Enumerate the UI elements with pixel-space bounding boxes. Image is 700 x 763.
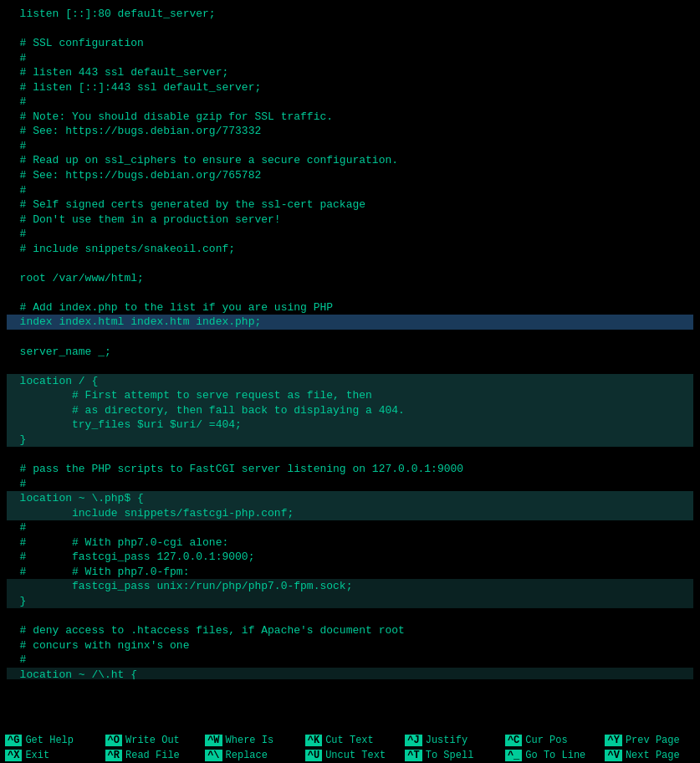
editor-line: # listen [::]:443 ssl default_server; — [7, 80, 693, 95]
footer-label: Get Help — [25, 735, 74, 746]
footer-key: ^K — [305, 735, 322, 746]
footer-key: ^V — [605, 750, 621, 761]
editor-line: # — [7, 520, 693, 535]
footer-row-1: ^GGet Help^OWrite Out^WWhere Is^KCut Tex… — [0, 733, 700, 748]
footer-item[interactable]: ^CCur Pos — [500, 733, 600, 748]
editor-line: location ~ /\.ht { — [7, 668, 693, 679]
footer-row-2: ^XExit^RRead File^\Replace^UUncut Text^T… — [0, 748, 700, 763]
editor-line: # Don't use them in a production server! — [7, 213, 693, 228]
footer-label: Cut Text — [325, 735, 374, 746]
editor-line: # deny access to .htaccess files, if Apa… — [7, 623, 693, 638]
editor-line: # — [7, 653, 693, 668]
footer-item[interactable]: ^_Go To Line — [500, 748, 600, 763]
editor-line — [7, 359, 693, 374]
footer-key: ^O — [105, 735, 122, 746]
footer-item[interactable]: ^XExit — [0, 748, 100, 763]
footer-item[interactable]: ^UUncut Text — [300, 748, 401, 763]
footer-item[interactable]: ^TTo Spell — [400, 748, 500, 763]
footer-key: ^U — [305, 750, 322, 761]
editor-line: # fastcgi_pass 127.0.0.1:9000; — [7, 550, 693, 565]
footer-item[interactable]: ^YPrev Page — [600, 733, 700, 748]
footer-key: ^_ — [505, 750, 522, 761]
editor-line: # — [7, 95, 693, 110]
editor-line: # — [7, 51, 693, 66]
footer-label: Go To Line — [525, 750, 585, 761]
editor-line: location ~ \.php$ { — [7, 491, 693, 506]
editor-line: # # With php7.0-fpm: — [7, 565, 693, 580]
editor-line: include snippets/fastcgi-php.conf; — [7, 506, 693, 521]
footer-label: Where Is — [226, 735, 274, 746]
editor-line: # Self signed certs generated by the ssl… — [7, 197, 693, 213]
editor-line: root /var/www/html; — [7, 271, 693, 286]
footer-label: Replace — [226, 750, 268, 761]
footer-label: Exit — [25, 750, 49, 761]
footer-item[interactable]: ^RRead File — [100, 748, 201, 763]
editor-line: # listen 443 ssl default_server; — [7, 65, 693, 80]
editor-line: index index.html index.htm index.php; — [7, 315, 693, 330]
editor-line: listen [::]:80 default_server; — [7, 7, 693, 22]
editor-line — [7, 256, 693, 271]
footer-key: ^R — [105, 750, 122, 761]
editor-line: # # With php7.0-cgi alone: — [7, 535, 693, 550]
footer-label: Write Out — [125, 735, 180, 746]
editor-line: # — [7, 477, 693, 492]
editor-line — [7, 285, 693, 300]
editor-line: # See: https://bugs.debian.org/773332 — [7, 124, 693, 139]
footer-key: ^J — [405, 735, 422, 746]
editor-line — [7, 22, 693, 37]
editor-line: # include snippets/snakeoil.conf; — [7, 242, 693, 257]
footer-item[interactable]: ^\Replace — [200, 748, 300, 763]
editor-line: # SSL configuration — [7, 36, 693, 51]
footer-key: ^W — [205, 735, 222, 746]
editor-line: # See: https://bugs.debian.org/765782 — [7, 168, 693, 183]
editor-line: # Read up on ssl_ciphers to ensure a sec… — [7, 153, 693, 168]
footer-item[interactable]: ^WWhere Is — [200, 733, 300, 748]
editor-line: fastcgi_pass unix:/run/php/php7.0-fpm.so… — [7, 579, 693, 594]
footer-key: ^\ — [205, 750, 222, 761]
footer-item[interactable]: ^JJustify — [400, 733, 500, 748]
footer-item[interactable]: ^KCut Text — [300, 733, 401, 748]
editor-area[interactable]: listen [::]:80 default_server; # SSL con… — [0, 3, 700, 679]
editor-line: # concurs with nginx's one — [7, 638, 693, 653]
editor-line: # — [7, 227, 693, 242]
editor-line: location / { — [7, 374, 693, 389]
footer-label: Justify — [426, 735, 468, 746]
editor-line: # First attempt to serve request as file… — [7, 388, 693, 403]
editor-line: } — [7, 433, 693, 448]
footer-item[interactable]: ^VNext Page — [600, 748, 700, 763]
footer-item[interactable]: ^GGet Help — [0, 733, 100, 748]
footer-key: ^G — [5, 735, 22, 746]
footer-label: Uncut Text — [325, 750, 386, 761]
footer-label: Cur Pos — [525, 735, 567, 746]
editor-line: # — [7, 183, 693, 198]
editor-line: # Note: You should disable gzip for SSL … — [7, 110, 693, 125]
footer-key: ^X — [5, 750, 22, 761]
editor-line — [7, 330, 693, 345]
editor-line: } — [7, 594, 693, 609]
editor-line: # Add index.php to the list if you are u… — [7, 300, 693, 315]
footer-label: Read File — [125, 750, 180, 761]
footer-key: ^T — [405, 750, 422, 761]
footer-item[interactable]: ^OWrite Out — [100, 733, 201, 748]
editor-line: try_files $uri $uri/ =404; — [7, 417, 693, 433]
footer-label: Next Page — [626, 750, 680, 761]
footer-label: To Spell — [426, 750, 474, 761]
editor-line — [7, 447, 693, 462]
footer-label: Prev Page — [626, 735, 680, 746]
footer: ^GGet Help^OWrite Out^WWhere Is^KCut Tex… — [0, 733, 700, 763]
editor-line: # — [7, 139, 693, 154]
editor-line: # as directory, then fall back to displa… — [7, 403, 693, 418]
editor-line: # pass the PHP scripts to FastCGI server… — [7, 462, 693, 477]
footer-key: ^Y — [605, 735, 621, 746]
editor-line: server_name _; — [7, 345, 693, 360]
editor-line — [7, 608, 693, 623]
footer-key: ^C — [505, 735, 522, 746]
